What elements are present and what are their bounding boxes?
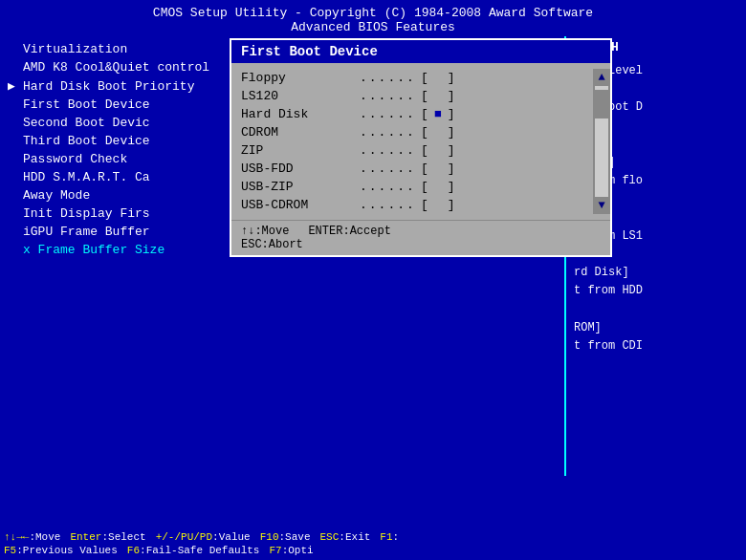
bottom-key-label: :Value <box>212 531 251 543</box>
popup-footer: ↑↓:Move ENTER:Accept ESC:Abort <box>231 220 610 255</box>
popup-item-bracket-open: [ <box>421 180 428 194</box>
bottom-key: F1 <box>380 531 392 543</box>
header-subtitle: Advanced BIOS Features <box>0 20 746 34</box>
row-label: AMD K8 Cool&Quiet control <box>23 60 262 75</box>
popup-body: Floppy......[ ]LS120......[ ]Hard Disk..… <box>231 63 610 220</box>
popup-esc-hint: ESC:Abort <box>241 238 601 251</box>
bottom-bar-item: F1: <box>380 531 399 543</box>
popup-title: First Boot Device <box>231 40 610 63</box>
popup-scrollbar: ▲ ▼ <box>593 69 610 214</box>
row-label: Init Display Firs <box>23 206 262 221</box>
popup-item-bracket-close: ] <box>448 180 455 194</box>
right-panel-line: t from HDD <box>574 282 738 300</box>
popup-item-bracket-close: ] <box>448 89 455 103</box>
popup-item-name: USB-FDD <box>241 162 356 176</box>
scroll-down-icon[interactable]: ▼ <box>598 199 604 212</box>
scrollbar-track <box>595 86 608 197</box>
bottom-key: ↑↓→← <box>4 531 29 543</box>
row-label: Hard Disk Boot Priority <box>23 79 262 94</box>
popup-item-bracket-open: [ <box>421 162 428 176</box>
popup-list-item[interactable]: USB-ZIP......[ ] <box>241 178 583 196</box>
row-label: iGPU Frame Buffer <box>23 225 262 239</box>
popup-item-value: ■ <box>428 107 448 121</box>
row-label: Second Boot Devic <box>23 116 262 130</box>
bottom-key-label: :Select <box>101 531 145 543</box>
popup-item-dots: ...... <box>360 71 417 85</box>
bottom-bar-item: +/-/PU/PD:Value <box>156 531 251 543</box>
popup-list-item[interactable]: Floppy......[ ] <box>241 69 583 87</box>
bottom-key: ESC <box>320 531 340 543</box>
row-label: HDD S.M.A.R.T. Ca <box>23 170 262 184</box>
popup-item-bracket-open: [ <box>421 198 428 212</box>
popup-item-dots: ...... <box>360 180 417 194</box>
bottom-key-label: :Opti <box>282 545 314 556</box>
row-label: Virtualization <box>23 42 262 56</box>
popup-list-item[interactable]: USB-CDROM......[ ] <box>241 196 583 214</box>
bottom-key-label: : <box>393 531 400 543</box>
bottom-bar-item: Enter:Select <box>70 531 145 543</box>
popup-item-bracket-close: ] <box>448 107 455 121</box>
header-title: CMOS Setup Utility - Copyright (C) 1984-… <box>0 6 746 20</box>
popup-item-dots: ...... <box>360 89 417 103</box>
bottom-bar-item: F6:Fail-Safe Defaults <box>127 545 260 556</box>
popup-item-bracket-close: ] <box>448 125 455 140</box>
scrollbar-thumb <box>595 90 608 118</box>
popup-enter-hint: ENTER:Accept <box>308 225 390 238</box>
popup-footer-row1: ↑↓:Move ENTER:Accept <box>241 225 601 238</box>
popup-list-item[interactable]: LS120......[ ] <box>241 87 583 105</box>
row-label: Away Mode <box>23 188 262 203</box>
popup-item-name: LS120 <box>241 89 356 103</box>
right-panel-line: ROM] <box>574 319 738 337</box>
bottom-key: F6 <box>127 545 140 556</box>
popup-item-bracket-close: ] <box>448 162 455 176</box>
bottom-key: Enter <box>70 531 101 543</box>
popup-list: Floppy......[ ]LS120......[ ]Hard Disk..… <box>231 69 593 214</box>
bottom-bar-item: F7:Opti <box>269 545 313 556</box>
popup-item-dots: ...... <box>360 143 417 158</box>
popup-list-item[interactable]: Hard Disk......[■] <box>241 105 583 123</box>
popup-item-bracket-open: [ <box>421 125 428 140</box>
popup-item-bracket-close: ] <box>448 143 455 158</box>
bottom-key: F7 <box>269 545 281 556</box>
bottom-key-label: :Previous Values <box>16 545 118 556</box>
popup-item-bracket-close: ] <box>448 198 455 212</box>
bottom-row-2: F5:Previous ValuesF6:Fail-Safe DefaultsF… <box>4 545 742 556</box>
popup-item-bracket-open: [ <box>421 89 428 103</box>
popup-item-bracket-close: ] <box>448 71 455 85</box>
bottom-bar-item: ESC:Exit <box>320 531 371 543</box>
popup-move-hint: ↑↓:Move <box>241 225 289 238</box>
popup-list-item[interactable]: ZIP......[ ] <box>241 141 583 160</box>
bottom-bar-item: F5:Previous Values <box>4 545 118 556</box>
popup-item-dots: ...... <box>360 125 417 140</box>
header: CMOS Setup Utility - Copyright (C) 1984-… <box>0 0 746 36</box>
bottom-bar: ↑↓→←:MoveEnter:Select+/-/PU/PD:ValueF10:… <box>0 529 746 560</box>
popup-list-item[interactable]: USB-FDD......[ ] <box>241 160 583 178</box>
popup-item-name: USB-CDROM <box>241 198 356 212</box>
row-label: Password Check <box>23 152 262 166</box>
popup-item-bracket-open: [ <box>421 71 428 85</box>
bottom-bar-item: F10:Save <box>260 531 311 543</box>
popup-item-dots: ...... <box>360 107 417 121</box>
popup-item-bracket-open: [ <box>421 143 428 158</box>
popup-item-name: CDROM <box>241 125 356 140</box>
bottom-key-label: :Fail-Safe Defaults <box>140 545 259 556</box>
bottom-key: F10 <box>260 531 279 543</box>
row-label: x Frame Buffer Size <box>23 243 262 257</box>
bottom-key: F5 <box>4 545 16 556</box>
row-label: First Boot Device <box>23 97 262 112</box>
popup-item-name: USB-ZIP <box>241 180 356 194</box>
bottom-key: +/-/PU/PD <box>156 531 212 543</box>
bios-screen: CMOS Setup Utility - Copyright (C) 1984-… <box>0 0 746 560</box>
popup-list-item[interactable]: CDROM......[ ] <box>241 123 583 141</box>
row-arrow-icon: ▶ <box>8 78 19 94</box>
popup-item-dots: ...... <box>360 162 417 176</box>
bottom-row-1: ↑↓→←:MoveEnter:Select+/-/PU/PD:ValueF10:… <box>4 531 742 543</box>
bottom-key-label: :Move <box>29 531 60 543</box>
bottom-key-label: :Exit <box>339 531 370 543</box>
scroll-up-icon[interactable]: ▲ <box>598 71 604 84</box>
popup-item-dots: ...... <box>360 198 417 212</box>
bottom-key-label: :Save <box>279 531 311 543</box>
popup-item-bracket-open: [ <box>421 107 428 121</box>
bottom-bar-item: ↑↓→←:Move <box>4 531 60 543</box>
popup-item-name: Hard Disk <box>241 107 356 121</box>
